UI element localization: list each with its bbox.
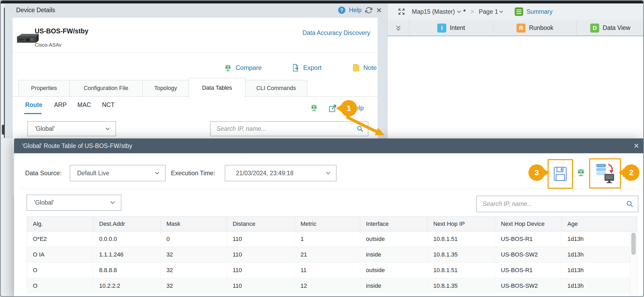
panel-resize-handle[interactable] [2,125,5,135]
map-name[interactable]: Map15 (Master) [412,8,455,15]
compare-button[interactable]: Compare [224,64,262,72]
column-header[interactable]: Alg. [27,217,93,231]
device-tabs: Properties Configuration File Topology D… [18,78,315,98]
table-cell: outside [360,263,427,278]
table-cell: O IA [27,247,93,263]
table-row[interactable]: O8.8.8.83211011outside10.8.1.51US-BOS-R1… [27,263,637,278]
table-cell: inside [360,247,427,263]
map-topbar: Map15 (Master) * > Page 1 Summary [387,3,644,20]
summary-link[interactable]: Summary [527,8,553,15]
route-table-body: O*E20.0.0.001101outside10.8.1.51US-BOS-R… [27,231,637,294]
map-chevron-icon[interactable] [457,11,461,13]
tab-intent[interactable]: I Intent [409,20,493,35]
column-header[interactable]: Next Hop Device [495,217,562,231]
table-row[interactable]: O10.2.2.23211012inside10.8.1.35US-BOS-SW… [27,278,637,294]
table-cell: outside [360,231,427,247]
table-cell: 21 [295,247,360,263]
table-cell: 110 [227,278,295,294]
page-name[interactable]: Page 1 [479,8,498,15]
tab-cli-commands[interactable]: CLI Commands [245,80,307,97]
callout-3: 3 [528,164,545,181]
dialog-compare-icon[interactable] [576,168,585,177]
page-chevron-icon[interactable] [499,11,503,13]
table-cell: 1 [295,231,360,247]
refresh-icon[interactable] [365,7,372,14]
data-source-value: Default Live [70,170,109,177]
chevron-down-icon [105,128,110,130]
table-cell: US-BOS-SW2 [495,247,562,263]
subtab-arp[interactable]: ARP [54,101,67,109]
note-button[interactable]: Note [353,64,377,72]
dialog-header[interactable]: 'Global' Route Table of US-BOS-FW/stby ✕ [14,138,644,153]
table-cell: 1d13h [562,278,637,294]
route-table: Alg.Dest.AddrMaskDistanceMetricInterface… [27,216,637,294]
chevron-down-icon [110,201,115,204]
retrieve-live-data-icon[interactable] [595,163,615,184]
column-header[interactable]: Next Hop IP [427,217,495,231]
tab-runbook[interactable]: R Runbook [493,20,577,35]
device-header-card: US-BOS-FW/stby Cisco-ASAv Data Accuracy … [13,18,378,52]
export-icon [292,64,299,72]
dialog-close-icon[interactable]: ✕ [633,142,639,150]
table-scrollbar[interactable] [630,231,637,297]
help-link[interactable]: Help [349,7,361,14]
table-cell: O [27,263,93,278]
dialog-search-box [476,196,638,212]
subtab-nct[interactable]: NCT [102,101,114,109]
panel-title: Device Details [16,7,55,14]
column-header[interactable]: Mask [161,217,227,231]
collapse-tabs-icon[interactable] [387,20,409,35]
tab-properties[interactable]: Properties [18,80,70,97]
subtab-route[interactable]: Route [25,101,42,109]
close-icon[interactable]: ✕ [376,7,382,14]
callout-1-tail [336,104,342,112]
device-details-panel: Device Details ? Help ✕ [5,3,387,138]
table-cell: 110 [227,231,295,247]
table-cell: 0.0.0.0 [93,231,161,247]
table-row[interactable]: O*E20.0.0.001101outside10.8.1.51US-BOS-R… [27,231,637,247]
data-source-dropdown[interactable]: Default Live [70,165,166,181]
callout-1: 1 [341,100,357,116]
dialog-search-input[interactable] [477,200,626,208]
route-table-dialog: 'Global' Route Table of US-BOS-FW/stby ✕… [14,138,644,297]
table-cell: 32 [161,247,227,263]
search-icon[interactable] [626,200,634,208]
note-icon [353,64,360,72]
expand-map-icon[interactable] [398,8,405,16]
data-accuracy-discovery-link[interactable]: Data Accuracy Discovery [302,29,370,37]
table-scrollbar-thumb[interactable] [631,233,636,255]
table-cell: O*E2 [27,231,93,247]
search-icon[interactable] [357,125,364,132]
device-name: US-BOS-FW/stby [35,27,89,35]
app-window: Device Details ? Help ✕ [0,0,644,297]
help-icon[interactable]: ? [338,7,345,14]
tab-configuration-file[interactable]: Configuration File [69,80,143,97]
column-header[interactable]: Metric [295,217,360,231]
save-icon[interactable] [554,167,567,181]
table-cell: US-BOS-R1 [495,263,562,278]
column-header[interactable]: Age [562,217,637,231]
scope-dropdown[interactable]: 'Global' [27,121,116,136]
dialog-scope-dropdown[interactable]: 'Global' [27,195,121,211]
save-highlight-box [548,159,573,189]
table-cell: 32 [161,278,227,294]
export-button[interactable]: Export [292,64,321,72]
tab-data-view[interactable]: D Data View [577,20,644,35]
table-cell: 110 [227,263,295,278]
tab-topology[interactable]: Topology [142,80,189,97]
compare-scales-icon [224,64,232,72]
retrieve-live-data-highlight-box [589,158,621,188]
column-header[interactable]: Distance [227,217,295,231]
tab-data-tables[interactable]: Data Tables [189,78,245,98]
table-row[interactable]: O IA1.1.1.2463211021inside10.8.1.35US-BO… [27,247,637,263]
route-compare-icon[interactable] [310,104,318,112]
column-header[interactable]: Dest.Addr [93,217,161,231]
execution-time-value: 21/03/2024, 23:49:18 [225,170,293,177]
subtab-mac[interactable]: MAC [77,101,91,109]
route-table-partial-row [27,294,637,297]
callout-2: 2 [623,164,639,181]
execution-time-dropdown[interactable]: 21/03/2024, 23:49:18 [225,165,337,181]
column-header[interactable]: Interface [360,217,427,231]
device-search-input[interactable] [211,125,357,132]
table-cell: inside [360,278,427,294]
